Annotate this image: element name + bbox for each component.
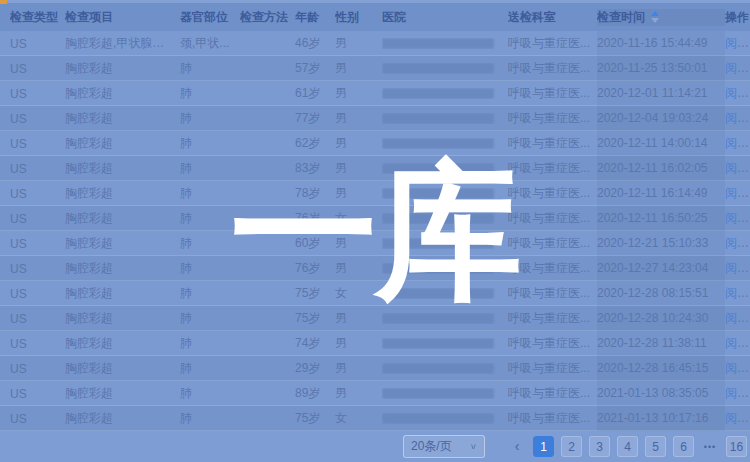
cell-type: US [10, 87, 65, 101]
cell-type: US [10, 162, 65, 176]
cell-dept: 呼吸与重症医... [508, 310, 597, 327]
view-image-link[interactable]: 阅片 [725, 411, 749, 425]
page-button[interactable]: 4 [617, 436, 638, 457]
cell-dept: 呼吸与重症医... [508, 235, 597, 252]
view-image-link[interactable]: 阅片 [725, 211, 749, 225]
table-row: US胸腔彩超肺74岁男呼吸与重症医...2020-12-28 11:38:11阅… [0, 331, 750, 356]
redacted-hospital-name [382, 388, 494, 399]
more-pages-ellipsis-icon[interactable]: ••• [701, 442, 719, 452]
header-label-type: 检查类型 [10, 9, 58, 26]
cell-organ: 肺 [180, 235, 240, 252]
cell-gender: 男 [335, 310, 382, 327]
cell-age: 61岁 [295, 85, 335, 102]
header-cell-type: 检查类型 [10, 9, 65, 26]
view-image-link[interactable]: 阅片 [725, 36, 749, 50]
cell-gender: 女 [335, 285, 382, 302]
cell-op: 阅片 [725, 210, 750, 227]
cell-op: 阅片 [725, 310, 750, 327]
cell-age: 75岁 [295, 285, 335, 302]
view-image-link[interactable]: 阅片 [725, 161, 749, 175]
table-row: US胸腔彩超肺78岁男呼吸与重症医...2020-12-11 16:14:49阅… [0, 181, 750, 206]
cell-age: 83岁 [295, 160, 335, 177]
cell-type: US [10, 387, 65, 401]
view-image-link[interactable]: 阅片 [725, 261, 749, 275]
view-image-link[interactable]: 阅片 [725, 286, 749, 300]
page-button[interactable]: 3 [589, 436, 610, 457]
header-cell-hospital: 医院 [382, 9, 508, 26]
last-page-button[interactable]: 16 [726, 436, 747, 457]
cell-gender: 男 [335, 85, 382, 102]
view-image-link[interactable]: 阅片 [725, 386, 749, 400]
cell-type: US [10, 187, 65, 201]
view-image-link[interactable]: 阅片 [725, 361, 749, 375]
cell-age: 62岁 [295, 135, 335, 152]
table-row: US胸腔彩超肺75岁女呼吸与重症医...2020-12-28 08:15:51阅… [0, 281, 750, 306]
cell-hospital [382, 138, 508, 149]
cell-op: 阅片 [725, 335, 750, 352]
cell-item: 胸腔彩超 [65, 360, 180, 377]
cell-gender: 男 [335, 335, 382, 352]
table-row: US胸腔彩超肺62岁男呼吸与重症医...2020-12-11 14:00:14阅… [0, 131, 750, 156]
page-button[interactable]: 2 [561, 436, 582, 457]
cell-gender: 男 [335, 60, 382, 77]
cell-op: 阅片 [725, 235, 750, 252]
cell-organ: 颈,甲状... [180, 35, 240, 52]
header-cell-age: 年龄 [295, 9, 335, 26]
cell-op: 阅片 [725, 410, 750, 427]
cell-organ: 肺 [180, 285, 240, 302]
cell-dept: 呼吸与重症医... [508, 385, 597, 402]
cell-dept: 呼吸与重症医... [508, 260, 597, 277]
header-label-op: 操作 [725, 9, 749, 26]
page-button-active[interactable]: 1 [533, 436, 554, 457]
cell-organ: 肺 [180, 210, 240, 227]
view-image-link[interactable]: 阅片 [725, 311, 749, 325]
cell-hospital [382, 38, 508, 49]
cell-time: 2020-12-28 11:38:11 [597, 331, 725, 356]
cell-time: 2020-12-11 16:02:05 [597, 156, 725, 181]
cell-item: 胸腔彩超 [65, 285, 180, 302]
cell-item: 胸腔彩超 [65, 235, 180, 252]
header-cell-gender: 性别 [335, 9, 382, 26]
cell-op: 阅片 [725, 110, 750, 127]
cell-hospital [382, 88, 508, 99]
cell-dept: 呼吸与重症医... [508, 60, 597, 77]
cell-type: US [10, 212, 65, 226]
view-image-link[interactable]: 阅片 [725, 136, 749, 150]
header-label-time: 检查时间 [597, 9, 645, 26]
header-cell-time[interactable]: 检查时间 [597, 9, 725, 26]
page-button[interactable]: 6 [673, 436, 694, 457]
cell-gender: 男 [335, 160, 382, 177]
header-cell-organ: 器官部位 [180, 9, 240, 26]
sort-icon[interactable] [651, 11, 659, 23]
cell-item: 胸腔彩超 [65, 335, 180, 352]
page-size-select[interactable]: 20条/页 ∨ [403, 435, 485, 458]
cell-type: US [10, 262, 65, 276]
cell-organ: 肺 [180, 385, 240, 402]
page-button[interactable]: 5 [645, 436, 666, 457]
cell-time: 2020-12-11 16:50:25 [597, 206, 725, 231]
view-image-link[interactable]: 阅片 [725, 86, 749, 100]
view-image-link[interactable]: 阅片 [725, 186, 749, 200]
cell-item: 胸腔彩超,甲状腺彩超 [65, 35, 180, 52]
cell-time: 2021-01-13 08:35:05 [597, 381, 725, 406]
view-image-link[interactable]: 阅片 [725, 236, 749, 250]
cell-time: 2020-12-11 16:14:49 [597, 181, 725, 206]
cell-gender: 男 [335, 35, 382, 52]
view-image-link[interactable]: 阅片 [725, 336, 749, 350]
cell-type: US [10, 312, 65, 326]
cell-age: 77岁 [295, 110, 335, 127]
prev-page-button[interactable]: ‹ [508, 436, 526, 457]
view-image-link[interactable]: 阅片 [725, 61, 749, 75]
cell-age: 89岁 [295, 385, 335, 402]
view-image-link[interactable]: 阅片 [725, 111, 749, 125]
table-body: US胸腔彩超,甲状腺彩超颈,甲状...46岁男呼吸与重症医...2020-11-… [0, 31, 750, 431]
redacted-hospital-name [382, 288, 494, 299]
cell-hospital [382, 338, 508, 349]
cell-gender: 男 [335, 360, 382, 377]
cell-op: 阅片 [725, 85, 750, 102]
cell-hospital [382, 288, 508, 299]
cell-hospital [382, 63, 508, 74]
cell-time: 2020-11-25 13:50:01 [597, 56, 725, 81]
cell-op: 阅片 [725, 35, 750, 52]
cell-age: 46岁 [295, 35, 335, 52]
